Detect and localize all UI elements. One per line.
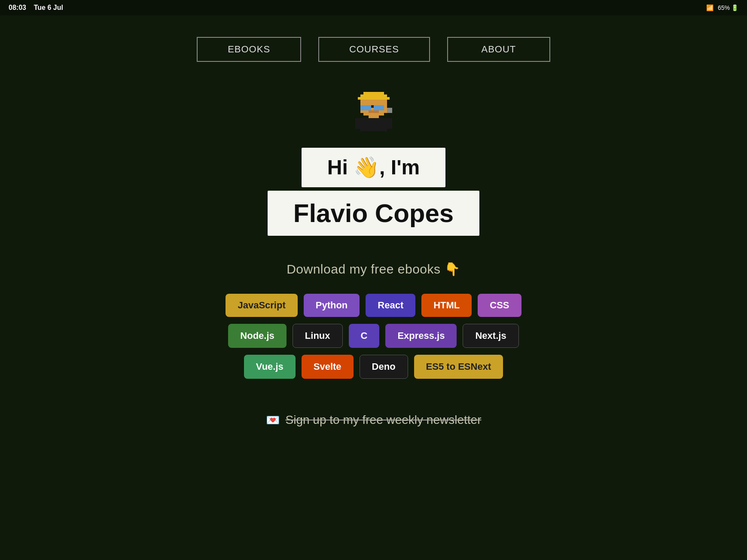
nav-about-button[interactable]: ABOUT (447, 37, 550, 62)
ebooks-grid: JavaScript Python React HTML CSS Node.js… (226, 294, 521, 379)
ebook-python[interactable]: Python (304, 294, 360, 317)
nav-courses-button[interactable]: COURSES (318, 37, 430, 62)
ebook-nodejs[interactable]: Node.js (228, 324, 286, 348)
ebook-es5[interactable]: ES5 to ESNext (414, 355, 503, 379)
ebook-vuejs[interactable]: Vue.js (244, 355, 296, 379)
hero-section: Hi 👋, I'm Flavio Copes Download my free … (0, 92, 747, 427)
status-date: Tue 6 Jul (34, 4, 63, 11)
ebook-javascript[interactable]: JavaScript (226, 294, 297, 317)
svg-rect-7 (368, 110, 378, 113)
ebooks-cta: Download my free ebooks 👇 (287, 262, 460, 277)
svg-rect-1 (360, 94, 387, 97)
wifi-icon: 📶 (706, 4, 713, 11)
svg-rect-0 (363, 92, 384, 94)
avatar (352, 92, 395, 139)
ebook-deno[interactable]: Deno (360, 355, 408, 379)
ebook-css[interactable]: CSS (478, 294, 521, 317)
newsletter-section[interactable]: 💌 Sign up to my free weekly newsletter (266, 413, 482, 427)
ebook-nextjs[interactable]: Next.js (463, 324, 518, 348)
ebooks-row-2: Node.js Linux C Express.js Next.js (228, 324, 518, 348)
ebook-expressjs[interactable]: Express.js (385, 324, 457, 348)
status-time-date: 08:03 Tue 6 Jul (9, 4, 63, 12)
newsletter-text: Sign up to my free weekly newsletter (286, 413, 482, 427)
svg-rect-13 (387, 108, 392, 113)
greeting-text: Hi 👋, I'm (302, 148, 445, 187)
svg-rect-8 (363, 113, 384, 116)
hero-name: Flavio Copes (268, 191, 479, 236)
ebook-svelte[interactable]: Svelte (302, 355, 354, 379)
svg-rect-12 (387, 118, 392, 128)
battery-percent: 65% (718, 4, 730, 11)
status-bar: 08:03 Tue 6 Jul 📶 65% 🔋 (0, 0, 747, 15)
nav-bar: EBOOKS COURSES ABOUT (0, 15, 747, 75)
ebooks-row-3: Vue.js Svelte Deno ES5 to ESNext (244, 355, 503, 379)
svg-rect-11 (355, 118, 360, 128)
svg-rect-4 (360, 105, 371, 110)
svg-rect-10 (360, 118, 387, 131)
svg-rect-2 (358, 97, 389, 100)
newsletter-heart-icon: 💌 (266, 414, 280, 427)
status-indicators: 📶 65% 🔋 (706, 4, 738, 11)
ebook-html[interactable]: HTML (421, 294, 472, 317)
ebooks-row-1: JavaScript Python React HTML CSS (226, 294, 521, 317)
svg-rect-6 (371, 105, 373, 108)
battery-indicator: 65% 🔋 (718, 4, 738, 11)
ebook-react[interactable]: React (366, 294, 415, 317)
status-time: 08:03 (9, 4, 26, 11)
ebook-c[interactable]: C (349, 324, 380, 348)
nav-ebooks-button[interactable]: EBOOKS (197, 37, 301, 62)
svg-rect-5 (374, 105, 384, 110)
svg-rect-9 (368, 116, 378, 118)
ebook-linux[interactable]: Linux (293, 324, 343, 348)
